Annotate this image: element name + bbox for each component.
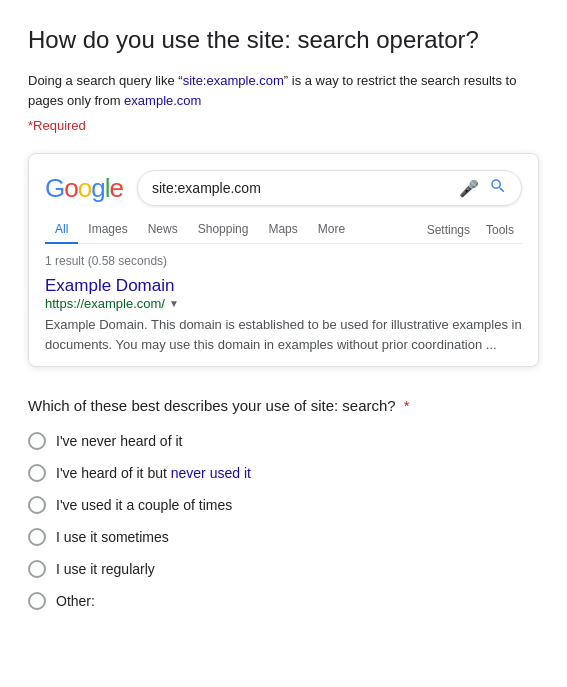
radio-button-2[interactable] (28, 464, 46, 482)
tab-maps[interactable]: Maps (258, 216, 307, 244)
tab-shopping[interactable]: Shopping (188, 216, 259, 244)
logo-o-red: o (64, 173, 77, 203)
radio-option-3: I've used it a couple of times (28, 496, 539, 514)
radio-label-4: I use it sometimes (56, 529, 169, 545)
tab-tools[interactable]: Tools (478, 217, 522, 243)
search-result: Example Domain https://example.com/ ▼ Ex… (45, 276, 522, 354)
survey-question: Which of these best describes your use o… (28, 395, 539, 416)
highlight-never-used: never used it (171, 465, 251, 481)
result-url: https://example.com/ ▼ (45, 296, 522, 311)
radio-option-4: I use it sometimes (28, 528, 539, 546)
google-mockup: Google site:example.com 🎤 All Images New… (28, 153, 539, 367)
radio-label-1: I've never heard of it (56, 433, 182, 449)
radio-option-6: Other: (28, 592, 539, 610)
required-label: *Required (28, 118, 539, 133)
logo-g-blue2: g (91, 173, 104, 203)
google-logo: Google (45, 175, 123, 201)
search-icon (489, 177, 507, 199)
radio-label-5: I use it regularly (56, 561, 155, 577)
logo-g-blue: G (45, 173, 64, 203)
required-star: * (400, 397, 410, 414)
result-title-link[interactable]: Example Domain (45, 276, 174, 295)
search-bar: site:example.com 🎤 (137, 170, 522, 206)
description: Doing a search query like “site:example.… (28, 71, 539, 110)
tab-news[interactable]: News (138, 216, 188, 244)
result-stats: 1 result (0.58 seconds) (45, 254, 522, 268)
tab-images[interactable]: Images (78, 216, 137, 244)
result-title: Example Domain (45, 276, 522, 296)
google-header: Google site:example.com 🎤 (45, 170, 522, 206)
radio-label-6: Other: (56, 593, 95, 609)
radio-options: I've never heard of it I've heard of it … (28, 432, 539, 610)
logo-e-red: e (109, 173, 122, 203)
site-example-link1[interactable]: site:example.com (183, 73, 284, 88)
radio-option-5: I use it regularly (28, 560, 539, 578)
radio-button-5[interactable] (28, 560, 46, 578)
dropdown-arrow-icon: ▼ (169, 298, 179, 309)
radio-button-3[interactable] (28, 496, 46, 514)
google-tabs: All Images News Shopping Maps More Setti… (45, 216, 522, 244)
search-icon-group: 🎤 (459, 177, 507, 199)
radio-button-4[interactable] (28, 528, 46, 546)
logo-o-yellow: o (78, 173, 91, 203)
tab-all[interactable]: All (45, 216, 78, 244)
tab-settings[interactable]: Settings (419, 217, 478, 243)
radio-option-1: I've never heard of it (28, 432, 539, 450)
radio-label-2: I've heard of it but never used it (56, 465, 251, 481)
result-description: Example Domain. This domain is establish… (45, 315, 522, 354)
page-title: How do you use the site: search operator… (28, 24, 539, 55)
survey-question-text: Which of these best describes your use o… (28, 397, 396, 414)
search-query: site:example.com (152, 180, 459, 196)
tab-more[interactable]: More (308, 216, 355, 244)
radio-button-1[interactable] (28, 432, 46, 450)
radio-button-6[interactable] (28, 592, 46, 610)
radio-option-2: I've heard of it but never used it (28, 464, 539, 482)
example-com-link[interactable]: example.com (124, 93, 201, 108)
radio-label-3: I've used it a couple of times (56, 497, 232, 513)
microphone-icon: 🎤 (459, 179, 479, 198)
result-url-text: https://example.com/ (45, 296, 165, 311)
